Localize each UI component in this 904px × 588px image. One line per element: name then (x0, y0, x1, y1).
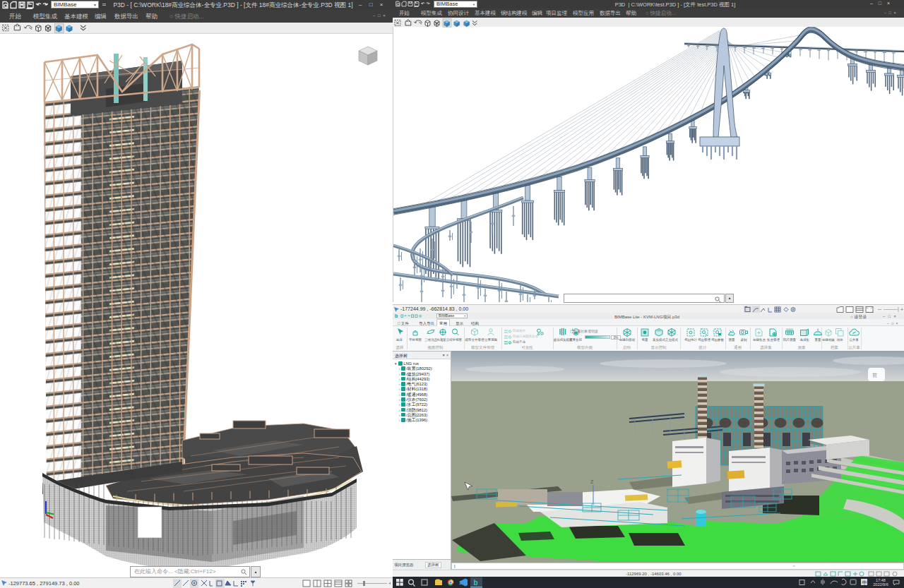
svg-text:中: 中 (862, 580, 867, 585)
svg-text:Z: Z (590, 479, 594, 484)
svg-text:+: + (388, 580, 391, 587)
svg-text:前: 前 (872, 373, 877, 378)
svg-text:b: b (474, 579, 478, 587)
svg-text:+: + (900, 307, 903, 312)
